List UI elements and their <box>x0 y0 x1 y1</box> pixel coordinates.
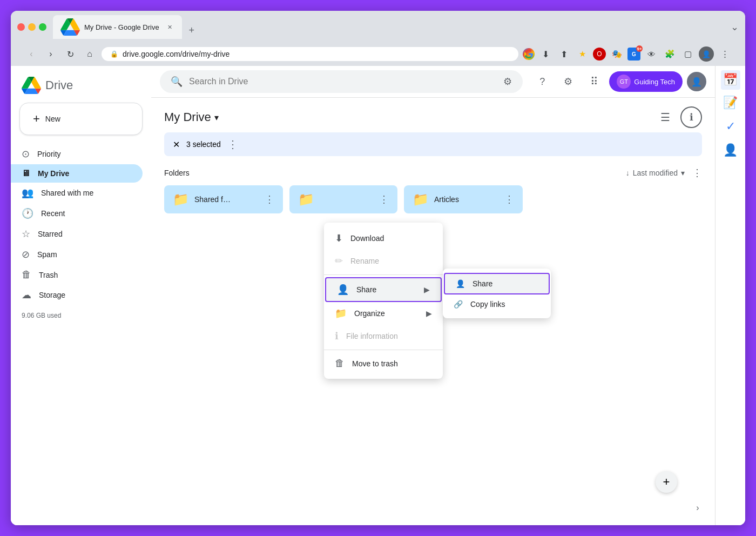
google-icon[interactable] <box>523 48 535 60</box>
info-button[interactable]: ℹ <box>680 106 702 128</box>
share-toolbar-icon[interactable]: ⬆ <box>556 46 571 62</box>
ext3-icon[interactable]: 9+ G <box>627 48 640 61</box>
gt-avatar: GT <box>617 75 631 89</box>
search-input[interactable] <box>189 77 497 86</box>
menu-divider-2 <box>324 350 443 350</box>
browser-profile[interactable]: 👤 <box>699 46 714 62</box>
sidebar-item-storage[interactable]: ☁ Storage <box>11 285 143 305</box>
expand-button[interactable]: › <box>691 501 704 514</box>
calendar-panel-icon[interactable]: 📅 <box>721 70 740 90</box>
folder-icon-red: 📁 <box>173 192 189 207</box>
sort-arrow-icon: ▾ <box>681 169 685 177</box>
sidebar-item-my-drive[interactable]: 🖥 My Drive <box>11 164 143 183</box>
settings-button[interactable]: ⚙ <box>557 71 579 92</box>
ext4-icon[interactable]: 👁 <box>644 46 659 62</box>
sidebar-item-starred[interactable]: ☆ Starred <box>11 224 143 244</box>
deselect-icon[interactable]: ✕ <box>173 139 180 150</box>
folder-more-icon[interactable]: ⋮ <box>265 193 274 205</box>
sidebar-item-trash[interactable]: 🗑 Trash <box>11 265 143 285</box>
guiding-tech-button[interactable]: GT Guiding Tech <box>609 71 683 92</box>
bookmark-icon[interactable]: ★ <box>575 46 590 62</box>
contacts-panel-icon[interactable]: 👤 <box>720 139 741 161</box>
home-button[interactable]: ⌂ <box>82 46 97 62</box>
tab-close-button[interactable]: ✕ <box>166 23 174 31</box>
ext2-icon[interactable]: 🎭 <box>609 46 624 62</box>
sort-more-icon[interactable]: ⋮ <box>692 167 702 179</box>
search-icon: 🔍 <box>171 76 183 88</box>
menu-label-organize: Organize <box>354 309 385 318</box>
folder-name-articles: Articles <box>434 195 459 204</box>
new-tab-button[interactable]: + <box>184 23 199 38</box>
right-panel: 📅 📝 ✓ 👤 <box>715 66 745 525</box>
sidebar-item-recent[interactable]: 🕐 Recent <box>11 203 143 224</box>
folder-card-shared[interactable]: 📁 Shared f… ⋮ <box>164 185 283 213</box>
menu-item-trash[interactable]: 🗑 Move to trash <box>324 352 443 374</box>
sidebar-label-starred: Starred <box>38 230 63 238</box>
close-button[interactable] <box>17 23 25 31</box>
drive-logo: Drive <box>11 72 151 103</box>
folders-section: Folders ↓ Last modified ▾ ⋮ 📁 Shared f… … <box>151 160 715 220</box>
help-button[interactable]: ? <box>531 71 553 92</box>
browser-chrome: My Drive - Google Drive ✕ + ⌄ ‹ › ↻ ⌂ 🔒 … <box>11 11 745 66</box>
search-bar[interactable]: 🔍 ⚙ <box>160 70 523 93</box>
drive-title-icons: ☰ ℹ <box>654 106 702 128</box>
menu-item-organize[interactable]: 📁 Organize ▶ <box>324 302 443 325</box>
browser-toolbar: ‹ › ↻ ⌂ 🔒 drive.google.com/drive/my-driv… <box>17 43 739 66</box>
more-menu-icon[interactable]: ⋮ <box>717 46 732 62</box>
selection-more-icon[interactable]: ⋮ <box>227 138 238 151</box>
folder-icon-blue: 📁 <box>298 192 314 207</box>
app-content: Drive + New ⊙ Priority 🖥 My Drive 👥 Shar… <box>11 66 745 525</box>
sidebar-item-priority[interactable]: ⊙ Priority <box>11 144 143 164</box>
sidebar-label-priority: Priority <box>37 150 61 158</box>
lock-icon: 🔒 <box>110 50 118 58</box>
address-bar[interactable]: 🔒 drive.google.com/drive/my-drive <box>102 47 518 61</box>
maximize-button[interactable] <box>39 23 46 31</box>
sidebar-label-shared: Shared with me <box>41 189 93 197</box>
tasks-panel-icon[interactable]: ✓ <box>720 116 741 137</box>
organize-menu-icon: 📁 <box>335 307 347 319</box>
extensions-icon[interactable]: 🧩 <box>662 46 677 62</box>
drive-favicon <box>60 18 80 36</box>
window-menu-icon[interactable]: ⌄ <box>731 21 739 33</box>
add-button[interactable]: + <box>656 471 677 493</box>
my-drive-icon: 🖥 <box>22 169 30 178</box>
minimize-button[interactable] <box>28 23 36 31</box>
menu-label-trash: Move to trash <box>352 359 398 368</box>
folder-card-unnamed[interactable]: 📁 ⋮ <box>289 185 397 213</box>
menu-item-download[interactable]: ⬇ Download <box>324 227 443 250</box>
opera-extension-icon[interactable]: O <box>593 48 606 61</box>
folder-card-articles[interactable]: 📁 Articles ⋮ <box>404 185 523 213</box>
list-view-button[interactable]: ☰ <box>654 106 676 128</box>
new-button[interactable]: + New <box>19 103 143 135</box>
back-button[interactable]: ‹ <box>24 46 39 62</box>
folders-title: Folders <box>164 169 190 177</box>
submenu-label-share: Share <box>473 279 492 288</box>
sidebar-label-spam: Spam <box>37 250 57 259</box>
share-menu-icon: 👤 <box>337 284 349 296</box>
forward-button[interactable]: › <box>43 46 58 62</box>
folders-sort[interactable]: ↓ Last modified ▾ ⋮ <box>626 167 702 179</box>
keep-panel-icon[interactable]: 📝 <box>720 92 741 113</box>
new-plus-icon: + <box>33 112 40 126</box>
submenu-item-copy-links[interactable]: 🔗 Copy links <box>443 294 551 314</box>
context-menu: ⬇ Download ✏ Rename 👤 Share ▶ 📁 Organize… <box>324 223 443 379</box>
folder-more-icon-3[interactable]: ⋮ <box>504 193 514 205</box>
sidebar-label-recent: Recent <box>41 209 65 218</box>
drive-title-dropdown-icon[interactable]: ▾ <box>214 112 219 123</box>
download-toolbar-icon[interactable]: ⬇ <box>538 46 553 62</box>
apps-button[interactable]: ⠿ <box>583 71 605 92</box>
active-tab[interactable]: My Drive - Google Drive ✕ <box>53 15 182 39</box>
menu-label-download: Download <box>350 234 384 243</box>
reload-button[interactable]: ↻ <box>63 46 78 62</box>
folder-more-icon-2[interactable]: ⋮ <box>379 193 389 205</box>
sidebar-item-spam[interactable]: ⊘ Spam <box>11 244 143 265</box>
menu-item-share[interactable]: 👤 Share ▶ <box>325 277 442 302</box>
user-profile-button[interactable]: 👤 <box>687 72 706 91</box>
drive-title-bar: My Drive ▾ ☰ ℹ <box>151 98 715 128</box>
app-header: 🔍 ⚙ ? ⚙ ⠿ GT Guiding Tech 👤 <box>151 66 715 98</box>
rename-menu-icon: ✏ <box>335 255 343 267</box>
search-filter-icon[interactable]: ⚙ <box>503 76 512 88</box>
submenu-item-share[interactable]: 👤 Share <box>444 273 550 294</box>
split-view-icon[interactable]: ▢ <box>680 46 696 62</box>
sidebar-item-shared[interactable]: 👥 Shared with me <box>11 183 143 203</box>
